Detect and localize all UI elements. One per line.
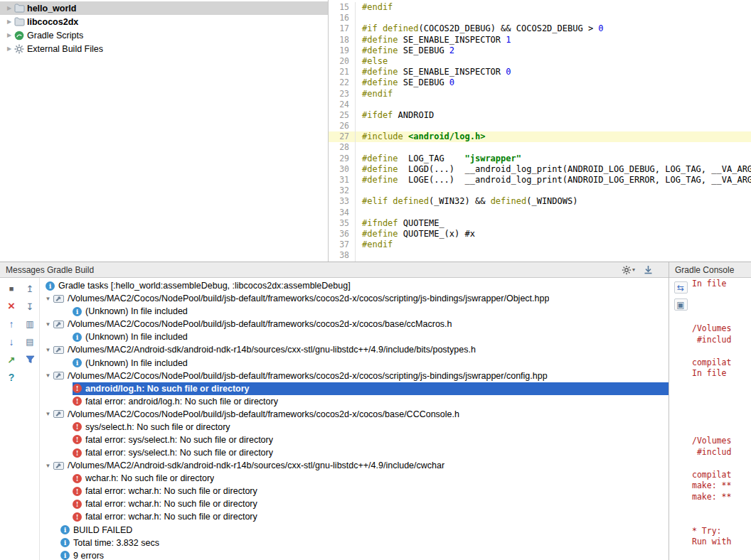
code-line[interactable]: 34 bbox=[329, 208, 751, 218]
console-line bbox=[692, 290, 751, 301]
stop-icon[interactable]: ■ bbox=[4, 282, 19, 295]
build-message-row[interactable]: !fatal error: wchar.h: No such file or d… bbox=[40, 497, 669, 510]
export-build-log-icon[interactable] bbox=[644, 265, 653, 274]
code-line[interactable]: 24 bbox=[329, 99, 751, 110]
code-line[interactable]: 29#define LOG_TAG "jswrapper" bbox=[329, 154, 751, 164]
build-message-row[interactable]: ▼/Volumes/MAC2/Android-sdk/android-ndk-r… bbox=[40, 459, 669, 472]
build-message-text: (Unknown) In file included bbox=[85, 332, 188, 342]
build-message-row[interactable]: !fatal error: wchar.h: No such file or d… bbox=[40, 485, 669, 497]
build-message-row[interactable]: !wchar.h: No such file or directory bbox=[40, 472, 669, 485]
code-line[interactable]: 21#define SE_ENABLE_INSPECTOR 0 bbox=[329, 67, 751, 77]
code-line[interactable]: 31#define LOGE(...) __android_log_print(… bbox=[329, 175, 751, 185]
build-message-content: /Volumes/MAC2/Cocos/NodePool/build/jsb-d… bbox=[53, 370, 669, 382]
gradle-console-panel: Gradle Console ⇆▣ In file /Volumes #incl… bbox=[669, 262, 751, 560]
build-message-row[interactable]: i(Unknown) In file included bbox=[40, 356, 669, 369]
build-message-row[interactable]: i(Unknown) In file included bbox=[40, 305, 669, 318]
tree-expand-icon[interactable]: ▼ bbox=[43, 296, 53, 302]
project-tree-item[interactable]: ▶hello_world bbox=[0, 1, 328, 15]
build-message-row[interactable]: !fatal error: sys/select.h: No such file… bbox=[40, 434, 669, 446]
tree-expand-icon[interactable]: ▼ bbox=[43, 347, 53, 353]
code-line[interactable]: 20#else bbox=[329, 56, 751, 67]
collapse-all-icon[interactable]: ↥ bbox=[22, 282, 38, 295]
build-message-text: fatal error: wchar.h: No such file or di… bbox=[85, 499, 257, 509]
line-number: 33 bbox=[329, 196, 356, 207]
build-message-row[interactable]: i9 errors bbox=[40, 549, 669, 560]
filter-icon[interactable] bbox=[22, 353, 38, 366]
code-line[interactable]: 25#ifdef ANDROID bbox=[329, 110, 751, 121]
code-line[interactable]: 16 bbox=[329, 13, 751, 23]
help-icon[interactable]: ? bbox=[4, 371, 19, 384]
code-line[interactable]: 32 bbox=[329, 185, 751, 196]
tree-expand-icon[interactable]: ▼ bbox=[43, 372, 53, 379]
code-line[interactable]: 27#include <android/log.h> bbox=[329, 131, 751, 142]
code-line[interactable]: 37#endif bbox=[329, 239, 751, 250]
build-message-content: !fatal error: sys/select.h: No such file… bbox=[73, 434, 669, 446]
project-tree-item[interactable]: ▶Gradle Scripts bbox=[0, 28, 328, 42]
build-message-text: 9 errors bbox=[73, 551, 104, 560]
build-message-row[interactable]: !fatal error: android/log.h: No such fil… bbox=[40, 395, 669, 408]
build-message-row[interactable]: ▼/Volumes/MAC2/Cocos/NodePool/build/jsb-… bbox=[40, 318, 669, 330]
info-icon: i bbox=[73, 333, 82, 342]
tree-expand-icon[interactable]: ▼ bbox=[43, 463, 53, 469]
jump-to-source-icon[interactable]: ↗ bbox=[4, 353, 19, 366]
previous-message-icon[interactable]: ↑ bbox=[4, 318, 19, 330]
build-message-content: i(Unknown) In file included bbox=[73, 330, 669, 343]
build-message-row[interactable]: ▼/Volumes/MAC2/Cocos/NodePool/build/jsb-… bbox=[40, 408, 669, 421]
settings-icon[interactable]: ▾ bbox=[622, 265, 635, 275]
build-message-text: Total time: 3.832 secs bbox=[73, 538, 159, 548]
messages-header-icons: ▾ bbox=[613, 265, 663, 275]
build-message-content: !sys/select.h: No such file or directory bbox=[73, 421, 669, 434]
code-line[interactable]: 28 bbox=[329, 142, 751, 153]
build-message-row[interactable]: ▼/Volumes/MAC2/Cocos/NodePool/build/jsb-… bbox=[40, 292, 669, 305]
expand-arrow-icon[interactable]: ▶ bbox=[4, 5, 14, 11]
expand-arrow-icon[interactable]: ▶ bbox=[4, 32, 14, 38]
code-line[interactable]: 35#ifndef QUOTEME_ bbox=[329, 218, 751, 229]
build-message-row[interactable]: ▼/Volumes/MAC2/Android-sdk/android-ndk-r… bbox=[40, 343, 669, 356]
build-message-content: !fatal error: sys/select.h: No such file… bbox=[73, 446, 669, 459]
expand-arrow-icon[interactable]: ▶ bbox=[4, 18, 14, 25]
line-number: 28 bbox=[329, 142, 356, 153]
next-message-icon[interactable]: ↓ bbox=[4, 335, 19, 348]
error-icon: ! bbox=[73, 500, 82, 509]
tree-expand-icon[interactable]: ▼ bbox=[43, 411, 53, 417]
copy-icon[interactable]: ▤ bbox=[22, 335, 38, 348]
line-number: 31 bbox=[329, 175, 356, 185]
tree-expand-icon[interactable]: ▼ bbox=[43, 321, 53, 328]
export-to-file-icon[interactable]: ▥ bbox=[22, 318, 38, 330]
build-message-row[interactable]: !sys/select.h: No such file or directory bbox=[40, 421, 669, 434]
code-line-text: #define LOGE(...) __android_log_print(AN… bbox=[356, 175, 751, 185]
code-line[interactable]: 19#define SE_DEBUG 2 bbox=[329, 45, 751, 56]
build-message-row[interactable]: !fatal error: wchar.h: No such file or d… bbox=[40, 510, 669, 523]
code-line[interactable]: 15#endif bbox=[329, 2, 751, 13]
build-message-content: /Volumes/MAC2/Cocos/NodePool/build/jsb-d… bbox=[53, 292, 669, 305]
soft-wrap-icon[interactable]: ⇆ bbox=[674, 281, 688, 294]
code-line[interactable]: 18#define SE_ENABLE_INSPECTOR 1 bbox=[329, 35, 751, 45]
project-tree-item[interactable]: ▶libcocos2dx bbox=[0, 15, 328, 28]
build-message-text: fatal error: sys/select.h: No such file … bbox=[85, 448, 273, 458]
code-line[interactable]: 23#endif bbox=[329, 89, 751, 99]
build-message-text: fatal error: wchar.h: No such file or di… bbox=[85, 512, 257, 522]
build-message-row[interactable]: !android/log.h: No such file or director… bbox=[40, 382, 669, 395]
code-line[interactable]: 36#define QUOTEME_(x) #x bbox=[329, 229, 751, 239]
build-message-row[interactable]: iBUILD FAILED bbox=[40, 523, 669, 536]
code-line[interactable]: 26 bbox=[329, 121, 751, 131]
build-message-row[interactable]: iTotal time: 3.832 secs bbox=[40, 537, 669, 549]
build-message-row[interactable]: ▼/Volumes/MAC2/Cocos/NodePool/build/jsb-… bbox=[40, 370, 669, 382]
compile-file-icon bbox=[53, 409, 64, 419]
build-message-row[interactable]: !fatal error: sys/select.h: No such file… bbox=[40, 446, 669, 459]
code-line[interactable]: 33#elif defined(_WIN32) && defined(_WIND… bbox=[329, 196, 751, 207]
project-tree-item[interactable]: ▶External Build Files bbox=[0, 42, 328, 55]
code-line[interactable]: 38 bbox=[329, 250, 751, 261]
build-message-row[interactable]: iGradle tasks [:hello_world:assembleDebu… bbox=[40, 279, 669, 292]
build-message-row[interactable]: i(Unknown) In file included bbox=[40, 330, 669, 343]
code-line[interactable]: 17#if defined(COCOS2D_DEBUG) && COCOS2D_… bbox=[329, 23, 751, 34]
scroll-to-end-icon[interactable]: ▣ bbox=[674, 298, 688, 311]
expand-all-icon[interactable]: ↧ bbox=[22, 300, 38, 313]
code-editor[interactable]: 15#endif1617#if defined(COCOS2D_DEBUG) &… bbox=[329, 0, 751, 262]
code-line-text: #define SE_ENABLE_INSPECTOR 1 bbox=[356, 35, 751, 45]
close-icon[interactable]: × bbox=[4, 300, 19, 313]
expand-arrow-icon[interactable]: ▶ bbox=[4, 45, 14, 52]
console-output[interactable]: In file /Volumes #includ compilatIn file… bbox=[692, 278, 751, 560]
code-line[interactable]: 30#define LOGD(...) __android_log_print(… bbox=[329, 164, 751, 175]
code-line[interactable]: 22#define SE_DEBUG 0 bbox=[329, 77, 751, 88]
